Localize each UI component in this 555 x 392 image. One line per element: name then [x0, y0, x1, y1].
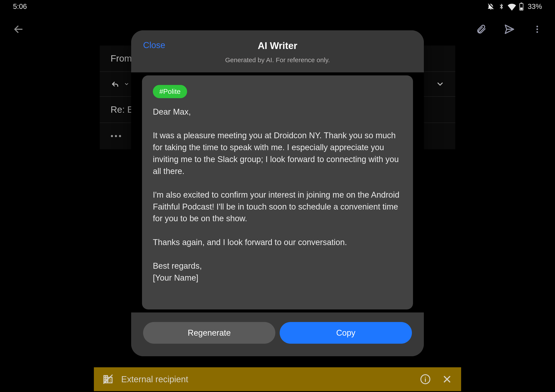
svg-point-7 — [536, 31, 538, 33]
svg-point-5 — [536, 26, 538, 27]
attach-icon[interactable] — [476, 24, 487, 35]
ai-generated-text: Dear Max, It was a pleasure meeting you … — [153, 106, 402, 284]
regenerate-button[interactable]: Regenerate — [143, 322, 275, 344]
svg-point-11 — [425, 377, 426, 378]
ai-writer-modal: Close AI Writer Generated by AI. For ref… — [131, 30, 424, 356]
notification-off-icon — [487, 3, 495, 10]
modal-subtitle: Generated by AI. For reference only. — [143, 56, 412, 64]
copy-button[interactable]: Copy — [280, 322, 412, 344]
svg-point-6 — [536, 28, 538, 30]
subject-text: Re: E — [110, 104, 133, 115]
svg-rect-2 — [520, 7, 522, 10]
modal-footer: Regenerate Copy — [131, 312, 424, 356]
close-button[interactable]: Close — [143, 40, 165, 50]
banner-text: External recipient — [121, 374, 188, 384]
status-time: 5:06 — [13, 2, 27, 11]
status-right: 33% — [487, 2, 542, 11]
modal-title: AI Writer — [143, 40, 412, 51]
expand-icon[interactable] — [436, 80, 445, 88]
modal-body: #Polite Dear Max, It was a pleasure meet… — [131, 72, 424, 312]
wifi-icon — [508, 2, 516, 11]
svg-rect-1 — [520, 3, 522, 3]
close-icon[interactable] — [442, 374, 453, 385]
send-icon[interactable] — [504, 24, 515, 35]
battery-icon — [519, 2, 524, 11]
reply-dropdown-icon[interactable] — [124, 81, 129, 87]
bluetooth-icon — [498, 3, 505, 10]
status-icons — [487, 2, 524, 11]
back-arrow-icon[interactable] — [13, 24, 24, 35]
external-recipient-banner: External recipient — [94, 367, 461, 391]
ai-content-card: #Polite Dear Max, It was a pleasure meet… — [142, 75, 413, 309]
battery-percent: 33% — [528, 2, 542, 11]
modal-header: Close AI Writer Generated by AI. For ref… — [131, 30, 424, 72]
info-icon[interactable] — [420, 374, 431, 385]
more-vert-icon[interactable] — [533, 24, 542, 34]
domain-disabled-icon — [102, 374, 113, 385]
reply-icon — [110, 80, 120, 89]
status-bar: 5:06 33% — [0, 0, 555, 13]
tone-tag-badge: #Polite — [153, 85, 187, 98]
from-label: From — [110, 53, 132, 64]
